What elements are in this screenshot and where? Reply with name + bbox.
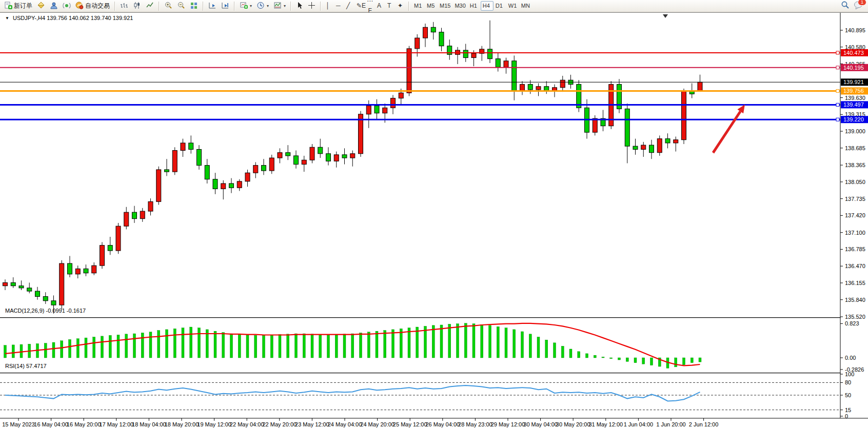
toolbar-separator [203,2,204,11]
autotrading-button[interactable]: 自动交易 [73,1,112,11]
candle [294,156,299,165]
candle [415,38,420,49]
svg-text:30 May 20:00: 30 May 20:00 [556,421,590,427]
candle [633,146,638,149]
svg-text:22 May 04:00: 22 May 04:00 [230,421,264,427]
chat-button[interactable]: 1 [854,1,863,11]
toolbar-right: 1 [841,1,866,11]
candle [205,166,209,179]
svg-text:136.155: 136.155 [845,280,865,286]
candle [278,153,282,158]
dropdown-caret-icon: ▾ [250,4,252,8]
periods-button[interactable]: ▾ [254,1,271,11]
toolbar-separator [290,2,291,11]
svg-text:0: 0 [845,413,848,419]
chat-badge: 1 [858,0,866,6]
timeframe-button-M1[interactable]: M1 [412,1,425,11]
chart-shift-button[interactable] [219,1,231,11]
cursor-button[interactable] [294,1,305,11]
svg-text:136.785: 136.785 [845,246,865,252]
auto-scroll-icon [208,2,216,11]
svg-text:140.895: 140.895 [845,27,865,33]
candle [286,153,290,156]
candle [528,85,532,90]
svg-text:138.365: 138.365 [845,162,865,168]
fibonacci-tool[interactable]: ⋯F [365,1,375,11]
search-icon[interactable] [841,1,850,11]
candle [237,181,242,188]
text-tool[interactable]: A [375,1,385,11]
toolbar-separator [159,2,160,11]
horizontal-line-tool[interactable]: ─ [334,1,344,11]
crosshair-button[interactable] [306,1,318,11]
candle [399,93,403,98]
zoom-in-button[interactable] [162,1,174,11]
timeframe-button-M30[interactable]: M30 [452,1,467,11]
price-chart-canvas[interactable]: 140.895140.580140.265139.630139.315139.0… [0,13,868,429]
candle [318,147,323,153]
timeframe-button-MN[interactable]: MN [519,1,532,11]
timeframe-button-H1[interactable]: H1 [468,1,481,11]
rsi-indicator-label: RSI(14) 57.4717 [5,363,47,369]
trendline-tool[interactable]: ╱ [344,1,354,11]
cursor-icon [296,2,303,11]
candle [407,49,411,93]
timeframe-button-H4[interactable]: H4 [481,1,494,11]
svg-text:17 May 12:00: 17 May 12:00 [99,421,133,427]
bar-chart-icon [120,2,128,11]
zoom-out-button[interactable] [175,1,187,11]
auto-scroll-button[interactable] [206,1,219,11]
svg-text:100: 100 [845,371,854,377]
candle [172,151,177,172]
tile-windows-button[interactable] [188,1,200,11]
new-order-button[interactable]: 新订单 [2,1,34,11]
timeframe-button-M5[interactable]: M5 [425,1,438,11]
svg-text:139.630: 139.630 [845,95,865,101]
styles-button[interactable] [35,1,47,11]
line-chart-mode-button[interactable] [144,1,156,11]
svg-text:31 May 12:00: 31 May 12:00 [588,421,623,427]
styles-icon [37,2,45,11]
candle [342,155,347,158]
arrows-tool[interactable]: ✦ [396,1,406,11]
candle [366,106,371,114]
candle [350,154,355,158]
timeframe-button-D1[interactable]: D1 [494,1,506,11]
candle [116,226,121,251]
vertical-line-tool[interactable]: │ [324,1,334,11]
svg-text:19 May 12:00: 19 May 12:00 [197,421,231,427]
chart-symbol: USDJPY-,H4 [13,15,45,21]
candle [326,154,331,161]
candle [27,288,32,291]
timeframe-button-W1[interactable]: W1 [506,1,519,11]
svg-text:139.921: 139.921 [843,79,864,85]
candle [496,59,500,68]
signal-icon [63,2,71,11]
equidistant-channel-tool[interactable]: ✎E [354,1,365,11]
new-chart-button[interactable]: ▾ [238,1,254,11]
candle [269,158,274,171]
candle [189,143,193,149]
chart-window[interactable]: 140.895140.580140.265139.630139.315139.0… [0,12,868,429]
svg-text:135.520: 135.520 [845,314,865,320]
svg-text:140.473: 140.473 [843,50,864,56]
chart-collapse-icon[interactable]: ▼ [5,16,9,21]
candle [504,61,508,67]
text-label-tool[interactable]: T [385,1,396,11]
candlestick-chart-icon [133,2,141,11]
dropdown-caret-icon: ▾ [284,4,286,8]
toolbar-separator [320,2,321,11]
candle [19,286,24,288]
candle [334,155,339,161]
svg-text:24 May 20:00: 24 May 20:00 [360,421,394,427]
candle [3,282,8,285]
bar-chart-mode-button[interactable] [118,1,130,11]
candle [463,50,468,58]
publish-button[interactable] [48,1,60,11]
candle [100,246,105,266]
svg-text:139.000: 139.000 [845,128,865,134]
timeframe-button-M15[interactable]: M15 [438,1,452,11]
templates-button[interactable]: ▾ [271,1,288,11]
signal-button[interactable] [61,1,73,11]
candlestick-mode-button[interactable] [131,1,143,11]
